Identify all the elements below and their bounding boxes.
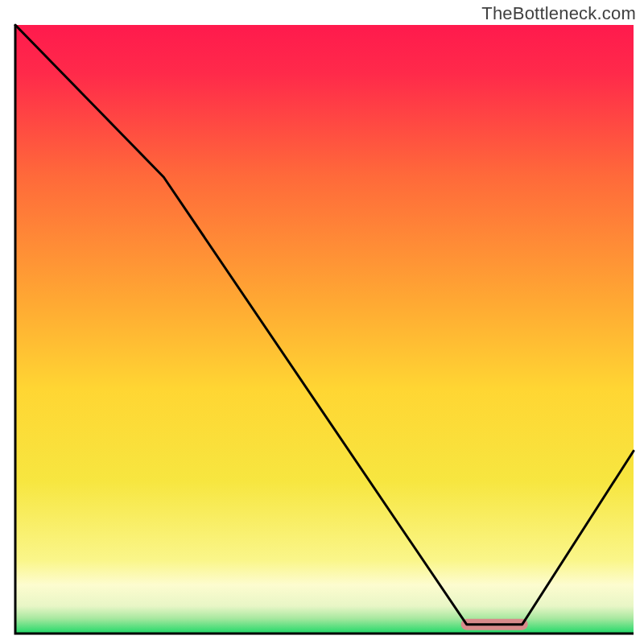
bottleneck-chart <box>0 0 644 644</box>
chart-background <box>15 25 634 634</box>
watermark-text: TheBottleneck.com <box>481 3 636 24</box>
chart-container: TheBottleneck.com <box>0 0 644 644</box>
